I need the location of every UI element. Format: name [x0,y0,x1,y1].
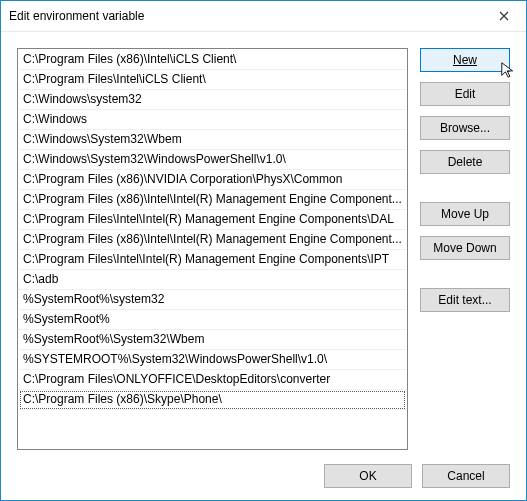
window-title: Edit environment variable [9,9,144,23]
path-item[interactable]: %SystemRoot%\System32\Wbem [19,330,406,350]
path-item[interactable]: C:\Program Files (x86)\Skype\Phone\ [19,390,406,410]
path-item[interactable]: C:\Windows\System32\Wbem [19,130,406,150]
path-item[interactable]: %SystemRoot%\system32 [19,290,406,310]
move-up-button[interactable]: Move Up [420,202,510,226]
browse-button[interactable]: Browse... [420,116,510,140]
titlebar[interactable]: Edit environment variable [1,1,526,32]
path-item[interactable]: %SYSTEMROOT%\System32\WindowsPowerShell\… [19,350,406,370]
path-item[interactable]: C:\Windows\System32\WindowsPowerShell\v1… [19,150,406,170]
path-item[interactable]: C:\Program Files\ONLYOFFICE\DesktopEdito… [19,370,406,390]
dialog-content: C:\Program Files (x86)\Intel\iCLS Client… [1,32,526,500]
close-button[interactable] [481,1,526,31]
path-item[interactable]: %SystemRoot% [19,310,406,330]
edit-button[interactable]: Edit [420,82,510,106]
dialog-footer: OK Cancel [17,450,510,488]
path-item[interactable]: C:\adb [19,270,406,290]
path-item[interactable]: C:\Program Files (x86)\Intel\Intel(R) Ma… [19,230,406,250]
path-item[interactable]: C:\Program Files (x86)\Intel\Intel(R) Ma… [19,190,406,210]
path-listbox[interactable]: C:\Program Files (x86)\Intel\iCLS Client… [17,48,408,450]
side-buttons: New Edit Browse... Delete Move Up Move D… [420,48,510,450]
path-item[interactable]: C:\Program Files\Intel\iCLS Client\ [19,70,406,90]
new-button[interactable]: New [420,48,510,72]
path-item[interactable]: C:\Windows [19,110,406,130]
edit-text-button[interactable]: Edit text... [420,288,510,312]
path-item[interactable]: C:\Program Files (x86)\NVIDIA Corporatio… [19,170,406,190]
path-item[interactable]: C:\Program Files\Intel\Intel(R) Manageme… [19,250,406,270]
ok-button[interactable]: OK [324,464,412,488]
cancel-button[interactable]: Cancel [422,464,510,488]
close-icon [499,11,509,21]
main-row: C:\Program Files (x86)\Intel\iCLS Client… [17,48,510,450]
path-item[interactable]: C:\Program Files (x86)\Intel\iCLS Client… [19,50,406,70]
edit-env-var-dialog: Edit environment variable C:\Program Fil… [0,0,527,501]
path-item[interactable]: C:\Program Files\Intel\Intel(R) Manageme… [19,210,406,230]
move-down-button[interactable]: Move Down [420,236,510,260]
delete-button[interactable]: Delete [420,150,510,174]
path-item[interactable]: C:\Windows\system32 [19,90,406,110]
